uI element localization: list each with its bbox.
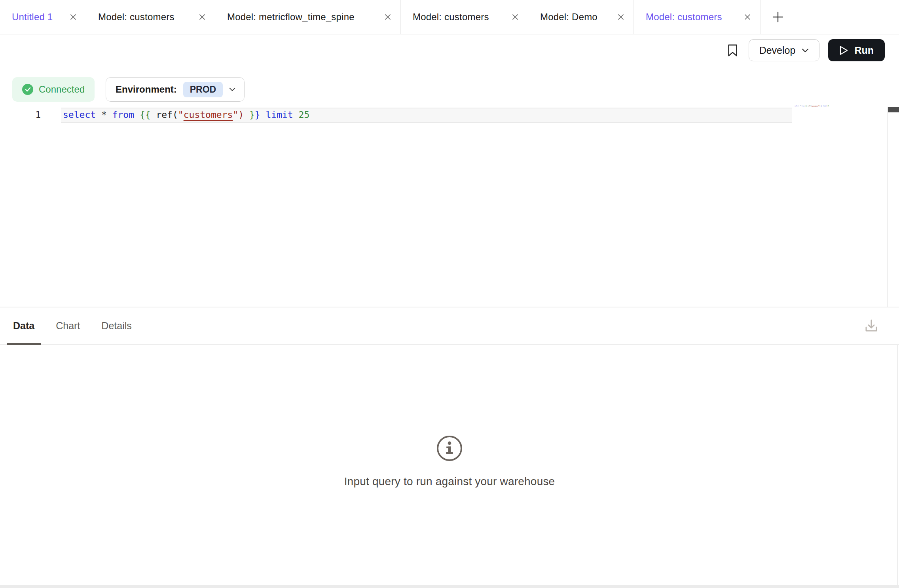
tab-label: Model: customers xyxy=(413,11,489,23)
toolbar: Develop Run xyxy=(0,34,899,66)
tab-data[interactable]: Data xyxy=(7,307,41,344)
tab-untitled-1[interactable]: Untitled 1 xyxy=(0,0,86,34)
sql-editor[interactable]: 1 select * from {{ ref("customers") }} l… xyxy=(0,102,899,307)
tab-model-metricflow-time-spine[interactable]: Model: metricflow_time_spine xyxy=(215,0,401,34)
results-tab-bar: Data Chart Details xyxy=(0,307,899,345)
tab-chart-label: Chart xyxy=(56,320,80,332)
run-button[interactable]: Run xyxy=(828,39,885,61)
close-icon[interactable] xyxy=(743,13,751,21)
check-circle-icon xyxy=(22,84,33,95)
tab-label: Model: metricflow_time_spine xyxy=(227,11,355,23)
tab-details-label: Details xyxy=(101,320,131,332)
tab-label: Model: customers xyxy=(646,11,722,23)
tab-chart[interactable]: Chart xyxy=(49,307,86,344)
editor-scrollbar[interactable] xyxy=(887,107,899,307)
tab-label: Model: customers xyxy=(98,11,174,23)
editor-tab-bar: Untitled 1 Model: customers Model: metri… xyxy=(0,0,899,34)
connection-status-row: Connected Environment: PROD xyxy=(0,66,899,102)
tab-data-label: Data xyxy=(13,320,34,332)
tab-label: Untitled 1 xyxy=(12,11,53,23)
connection-status-badge: Connected xyxy=(12,77,95,102)
download-icon[interactable] xyxy=(862,317,881,336)
line-number-gutter: 1 xyxy=(0,108,51,123)
tab-model-customers-1[interactable]: Model: customers xyxy=(86,0,215,34)
tab-label: Model: Demo xyxy=(540,11,597,23)
chevron-down-icon xyxy=(229,87,235,91)
environment-label: Environment: xyxy=(116,84,177,95)
environment-value-pill: PROD xyxy=(183,82,223,97)
run-label: Run xyxy=(854,45,874,56)
results-panel: Data Chart Details xyxy=(0,307,899,588)
plus-icon xyxy=(772,11,784,23)
minimap[interactable]: select * from {{ ref("customers") }} lim… xyxy=(792,102,887,307)
close-icon[interactable] xyxy=(617,13,625,21)
minimap-code: select * from {{ ref("customers") }} lim… xyxy=(795,105,829,107)
develop-label: Develop xyxy=(759,45,796,56)
sql-ide-window: Untitled 1 Model: customers Model: metri… xyxy=(0,0,899,588)
tab-model-customers-2[interactable]: Model: customers xyxy=(401,0,528,34)
code-line[interactable]: select * from {{ ref("customers") }} lim… xyxy=(63,108,309,123)
bottom-divider xyxy=(0,585,899,588)
editor-scrollbar-thumb[interactable] xyxy=(888,107,899,112)
chevron-down-icon xyxy=(802,48,809,53)
close-icon[interactable] xyxy=(384,13,392,21)
results-empty-state: Input query to run against your warehous… xyxy=(0,345,899,585)
environment-selector[interactable]: Environment: PROD xyxy=(106,77,245,102)
info-icon xyxy=(437,436,462,461)
close-icon[interactable] xyxy=(511,13,519,21)
tab-model-customers-3[interactable]: Model: customers xyxy=(634,0,761,34)
close-icon[interactable] xyxy=(198,13,206,21)
empty-state-message: Input query to run against your warehous… xyxy=(344,475,555,488)
line-number: 1 xyxy=(35,110,41,120)
close-icon[interactable] xyxy=(69,13,77,21)
connected-label: Connected xyxy=(39,84,85,95)
tab-details[interactable]: Details xyxy=(95,307,138,344)
develop-menu-button[interactable]: Develop xyxy=(749,39,820,61)
play-icon xyxy=(839,46,848,55)
bookmark-icon[interactable] xyxy=(723,39,743,61)
tab-model-demo[interactable]: Model: Demo xyxy=(528,0,634,34)
new-tab-button[interactable] xyxy=(761,0,795,34)
